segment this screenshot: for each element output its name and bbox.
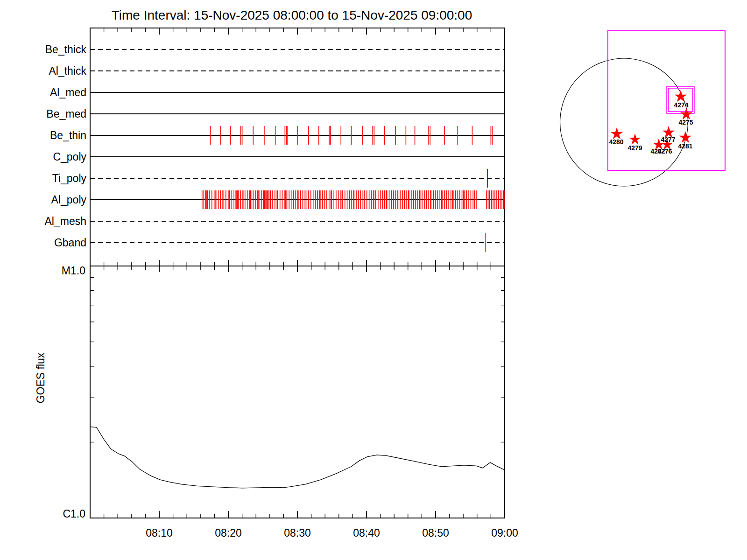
goes-x-tick-label: 08:10 — [146, 527, 173, 539]
goes-flux-panel: 08:1008:2008:3008:4008:5009:00 — [90, 266, 518, 539]
target-box-outer — [667, 86, 694, 113]
observation-summary-plot: Time Interval: 15-Nov-2025 08:00:00 to 1… — [0, 0, 747, 560]
plot-canvas: Time Interval: 15-Nov-2025 08:00:00 to 1… — [0, 0, 747, 560]
active-region-label-4277: 4277 — [661, 136, 675, 143]
goes-x-tick-label: 08:50 — [422, 527, 449, 539]
goes-flux-curve — [90, 427, 505, 488]
active-region-star-4279 — [629, 133, 641, 145]
goes-y-axis-title: GOES flux — [35, 352, 47, 403]
filter-label-Be_thin: Be_thin — [50, 129, 86, 141]
page-title: Time Interval: 15-Nov-2025 08:00:00 to 1… — [112, 8, 472, 22]
active-region-label-4279: 4279 — [627, 144, 642, 152]
active-region-label-4281: 4281 — [678, 142, 692, 150]
filter-label-Be_med: Be_med — [46, 108, 86, 120]
goes-x-tick-label: 08:20 — [215, 527, 242, 539]
active-region-label-4274: 4274 — [674, 101, 688, 109]
filter-label-Be_thick: Be_thick — [45, 43, 87, 56]
solar-disk-map: 42744275427742804279428242764281 — [560, 31, 726, 186]
filter-label-Al_mesh: Al_mesh — [45, 215, 86, 227]
goes-x-tick-label: 09:00 — [491, 527, 518, 539]
solar-limb-circle — [560, 58, 688, 186]
active-region-star-4274 — [675, 90, 687, 102]
goes-x-tick-label: 08:30 — [284, 527, 311, 539]
filter-label-Al_thick: Al_thick — [49, 65, 86, 77]
filter-label-Gband: Gband — [54, 237, 86, 249]
goes-y-bottom-label: C1.0 — [63, 508, 85, 520]
active-region-star-4280 — [611, 127, 623, 139]
filter-label-Al_poly: Al_poly — [51, 194, 87, 206]
goes-x-tick-label: 08:40 — [353, 527, 380, 539]
goes-plot-border — [90, 266, 505, 518]
filter-label-Al_med: Al_med — [50, 86, 86, 98]
active-region-label-4275: 4275 — [678, 119, 693, 126]
filter-timeline-panel: Be_thickAl_thickAl_medBe_medBe_thinC_pol… — [45, 28, 505, 272]
active-region-label-4276: 4276 — [657, 147, 672, 155]
filter-label-Ti_poly: Ti_poly — [52, 172, 87, 184]
active-region-label-4280: 4280 — [609, 138, 623, 146]
timeline-plot-border — [90, 28, 505, 266]
goes-y-top-label: M1.0 — [62, 265, 85, 277]
filter-label-C_poly: C_poly — [53, 151, 86, 163]
